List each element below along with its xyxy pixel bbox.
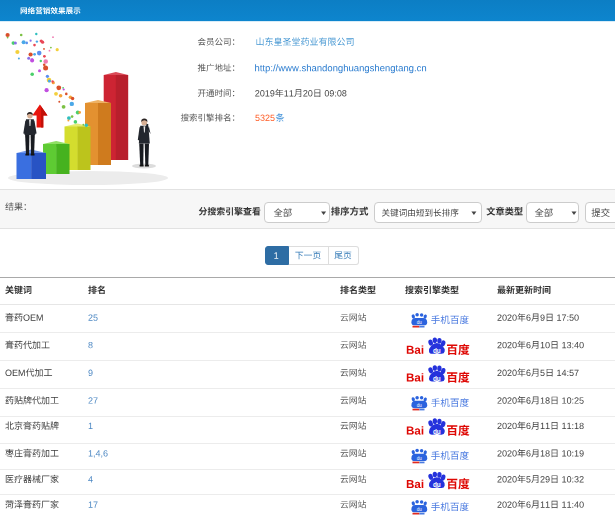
svg-text:du: du xyxy=(433,481,441,488)
svg-text:du: du xyxy=(417,456,423,461)
svg-text:du: du xyxy=(433,428,441,435)
svg-text:du: du xyxy=(417,507,423,512)
svg-text:du: du xyxy=(433,375,441,382)
svg-text:du: du xyxy=(417,320,423,325)
svg-text:du: du xyxy=(417,403,423,408)
svg-text:du: du xyxy=(433,347,441,354)
